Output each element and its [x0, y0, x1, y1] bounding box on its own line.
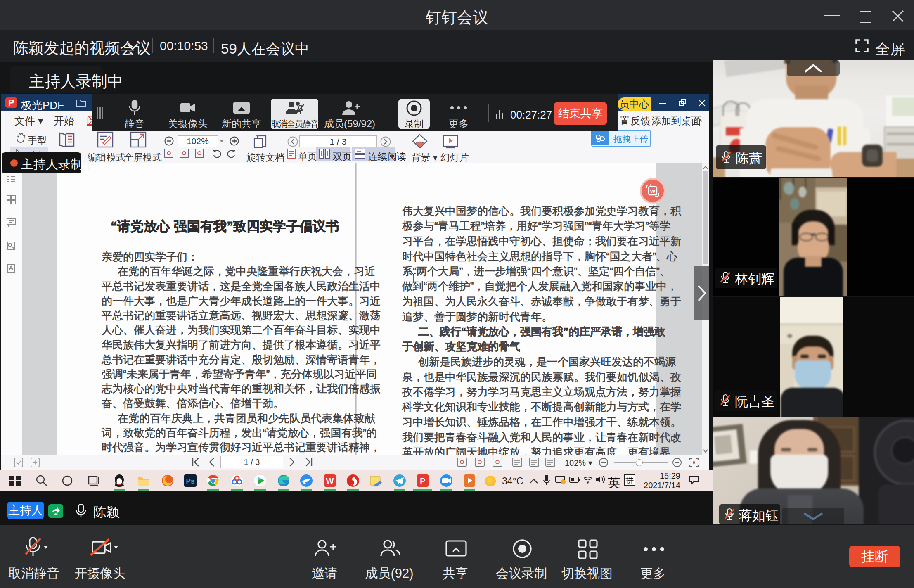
svg-text:W: W [326, 477, 334, 486]
svg-text:W: W [650, 188, 656, 194]
svg-text:Ps: Ps [186, 477, 195, 485]
svg-text:P: P [420, 477, 425, 486]
